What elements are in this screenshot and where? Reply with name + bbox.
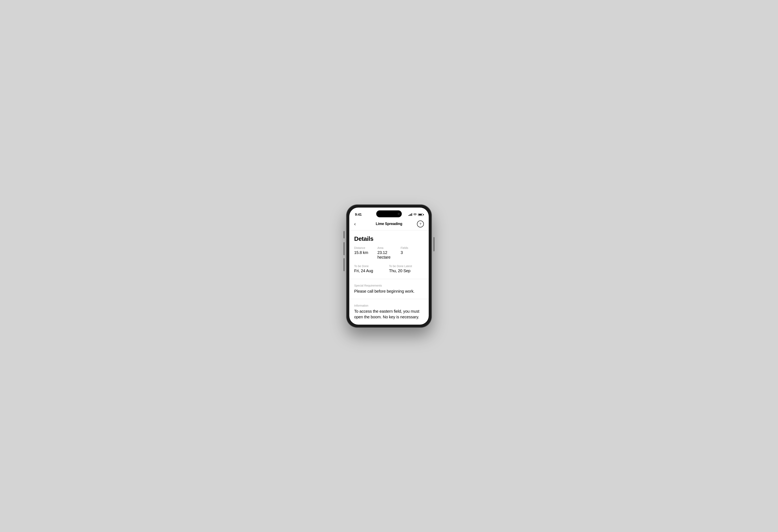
front-camera (398, 213, 400, 215)
section-divider-2 (349, 299, 429, 299)
content-area: Details Distance 15.8 km Area 23.12 hect… (349, 231, 429, 320)
distance-value: 15.8 km (354, 250, 378, 255)
section-divider-1 (349, 279, 429, 279)
to-be-done-latest-label: To be Done Latest (389, 264, 424, 268)
back-chevron-icon: ‹ (354, 221, 356, 227)
nav-title: Lime Spreading (376, 222, 402, 226)
signal-icon (408, 213, 412, 216)
to-be-done-latest-value: Thu, 20 Sep (389, 269, 424, 273)
fields-label: Fields (400, 246, 424, 250)
phone-frame: 9:41 (346, 205, 432, 328)
volume-down-button (343, 258, 344, 271)
details-section-title: Details (354, 235, 424, 242)
phone-screen: 9:41 (349, 207, 429, 325)
information-section: Information To access the eastern field,… (354, 304, 424, 320)
area-value: 23.12 hectare (378, 250, 401, 260)
to-be-done-latest-item: To be Done Latest Thu, 20 Sep (389, 264, 424, 273)
wifi-icon (413, 213, 417, 216)
details-grid: Distance 15.8 km Area 23.12 hectare Fiel… (354, 246, 424, 260)
information-value: To access the eastern field, you must op… (354, 308, 424, 320)
distance-label: Distance (354, 246, 378, 250)
dates-grid: To be Done Fri, 24 Aug To be Done Latest… (354, 264, 424, 273)
help-icon: ? (419, 222, 421, 226)
to-be-done-label: To be Done (354, 264, 389, 268)
distance-item: Distance 15.8 km (354, 246, 378, 260)
special-requirements-value: Please call before beginning work. (354, 288, 424, 294)
fields-item: Fields 3 (400, 246, 424, 260)
to-be-done-value: Fri, 24 Aug (354, 269, 389, 273)
volume-up-button (343, 242, 344, 255)
status-time: 9:41 (355, 213, 362, 217)
information-label: Information (354, 304, 424, 307)
status-icons (408, 213, 423, 216)
battery-icon (418, 213, 423, 216)
mute-button (343, 231, 344, 238)
to-be-done-item: To be Done Fri, 24 Aug (354, 264, 389, 273)
nav-bar: ‹ Lime Spreading ? (349, 218, 429, 230)
special-requirements-label: Special Requirements (354, 284, 424, 287)
help-button[interactable]: ? (417, 220, 424, 228)
fields-value: 3 (400, 250, 424, 255)
area-label: Area (378, 246, 401, 250)
area-item: Area 23.12 hectare (378, 246, 401, 260)
power-button (434, 237, 435, 251)
dynamic-island (376, 210, 402, 217)
back-button[interactable]: ‹ (354, 221, 356, 227)
special-requirements-section: Special Requirements Please call before … (354, 284, 424, 294)
